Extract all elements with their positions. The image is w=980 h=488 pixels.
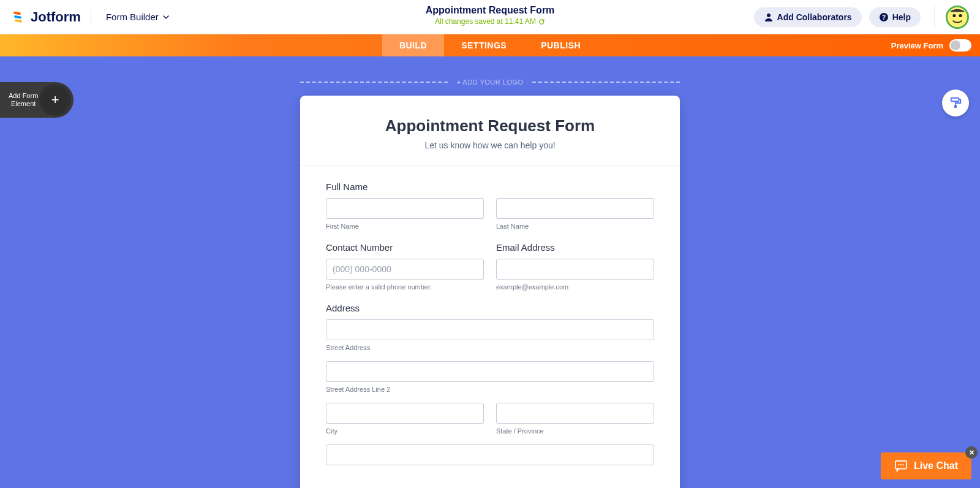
input-state[interactable] <box>496 403 654 424</box>
brand-name: Jotform <box>31 9 81 25</box>
input-last-name[interactable] <box>496 198 654 219</box>
add-logo-button[interactable]: + ADD YOUR LOGO <box>456 78 523 86</box>
divider <box>91 10 91 25</box>
sublabel-city: City <box>326 427 484 435</box>
divider <box>934 6 935 29</box>
header-right: Add Collaborators ? Help <box>754 6 969 29</box>
form-header-block[interactable]: Appointment Request Form Let us know how… <box>300 96 680 166</box>
hint-email: example@example.com <box>496 283 654 291</box>
svg-rect-1 <box>14 15 22 18</box>
svg-rect-2 <box>15 19 23 23</box>
add-form-element-button[interactable]: Add Form Element + <box>0 82 74 118</box>
hint-contact: Please enter a valid phone number. <box>326 283 484 291</box>
app-header: Jotform Form Builder Appointment Request… <box>0 0 980 34</box>
form-builder-label: Form Builder <box>106 12 159 22</box>
field-address[interactable]: Address Street Address Street Address Li… <box>326 303 654 465</box>
tabs: BUILD SETTINGS PUBLISH <box>382 34 598 56</box>
form-designer-button[interactable] <box>942 90 969 116</box>
svg-rect-0 <box>13 11 21 15</box>
preview-toggle[interactable] <box>949 39 971 51</box>
input-first-name[interactable] <box>326 198 484 219</box>
svg-point-12 <box>898 464 899 465</box>
svg-point-7 <box>952 13 956 17</box>
user-avatar[interactable] <box>946 6 969 29</box>
input-contact-number[interactable] <box>326 259 484 280</box>
svg-point-14 <box>903 464 904 465</box>
add-collaborators-button[interactable]: Add Collaborators <box>754 7 862 27</box>
dash-right <box>532 82 680 83</box>
help-icon: ? <box>879 12 889 22</box>
toggle-knob <box>951 40 960 50</box>
form-card[interactable]: Appointment Request Form Let us know how… <box>300 96 680 488</box>
refresh-icon <box>538 18 545 25</box>
label-address: Address <box>326 303 654 313</box>
tab-settings[interactable]: SETTINGS <box>444 34 524 56</box>
form-builder-dropdown[interactable]: Form Builder <box>101 8 175 26</box>
help-button[interactable]: ? Help <box>869 7 921 27</box>
form-title: Appointment Request Form <box>325 116 655 135</box>
sublabel-last-name: Last Name <box>496 223 654 230</box>
label-email: Email Address <box>496 242 654 253</box>
input-street[interactable] <box>326 319 654 340</box>
label-contact: Contact Number <box>326 242 484 253</box>
input-street2[interactable] <box>326 361 654 382</box>
tab-build[interactable]: BUILD <box>382 34 444 56</box>
tab-publish[interactable]: PUBLISH <box>524 34 598 56</box>
input-extra[interactable] <box>326 444 654 465</box>
form-body: Full Name First Name Last Name Con <box>300 166 680 488</box>
form-canvas: + ADD YOUR LOGO Appointment Request Form… <box>0 56 980 488</box>
input-city[interactable] <box>326 403 484 424</box>
svg-rect-10 <box>954 105 957 109</box>
input-email[interactable] <box>496 259 654 280</box>
add-logo-row: + ADD YOUR LOGO <box>300 78 680 86</box>
save-status: All changes saved at 11:41 AM <box>426 17 555 26</box>
svg-rect-9 <box>951 98 959 102</box>
dash-left <box>300 82 448 83</box>
field-contact-email[interactable]: Contact Number Please enter a valid phon… <box>326 242 654 291</box>
svg-point-13 <box>900 464 902 465</box>
logo-icon <box>11 10 26 25</box>
sublabel-street2: Street Address Line 2 <box>326 386 654 393</box>
plus-icon: + <box>43 88 67 112</box>
page-title: Appointment Request Form <box>426 5 555 16</box>
sublabel-state: State / Province <box>496 427 654 435</box>
svg-point-3 <box>767 13 771 17</box>
form-subtitle: Let us know how we can help you! <box>325 140 655 150</box>
close-chat-icon[interactable]: ✕ <box>965 446 978 459</box>
preview-label: Preview Form <box>891 41 943 50</box>
live-chat-button[interactable]: Live Chat ✕ <box>881 452 971 479</box>
chat-icon <box>894 460 908 472</box>
sublabel-first-name: First Name <box>326 223 484 230</box>
person-icon <box>764 12 774 22</box>
paint-roller-icon <box>949 96 962 110</box>
sublabel-street: Street Address <box>326 344 654 351</box>
header-center: Appointment Request Form All changes sav… <box>426 5 555 26</box>
label-full-name: Full Name <box>326 181 654 192</box>
brand-logo[interactable]: Jotform <box>11 9 81 25</box>
field-full-name[interactable]: Full Name First Name Last Name <box>326 181 654 230</box>
svg-point-8 <box>959 13 962 17</box>
add-element-text: Add Form Element <box>9 92 38 108</box>
svg-text:?: ? <box>882 14 886 21</box>
tab-bar: BUILD SETTINGS PUBLISH Preview Form <box>0 34 980 56</box>
preview-toggle-group: Preview Form <box>891 34 971 56</box>
chevron-down-icon <box>162 13 170 21</box>
